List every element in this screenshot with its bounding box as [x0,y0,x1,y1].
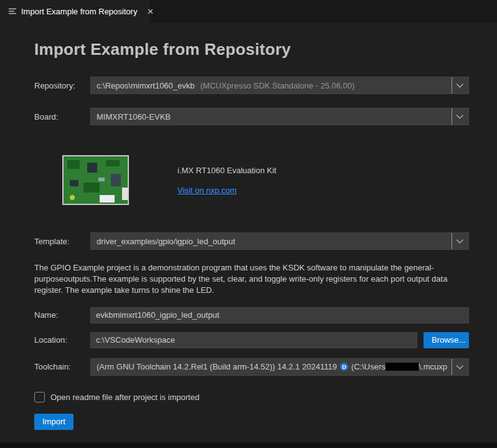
board-select[interactable]: MIMXRT1060-EVKB [90,108,469,125]
form-icon [8,7,17,16]
board-row: Board: MIMXRT1060-EVKB [34,108,469,125]
toolchain-value: (Arm GNU Toolchain 14.2.Rel1 (Build arm-… [97,362,337,371]
readme-checkbox-label: Open readme file after project is import… [50,393,199,402]
visit-nxp-link[interactable]: Visit on nxp.com [178,186,237,195]
board-label: Board: [34,112,90,122]
template-value: driver_examples/gpio/igpio_led_output [97,237,235,246]
location-input[interactable] [90,332,417,348]
template-description: The GPIO Example project is a demonstrat… [34,262,465,296]
location-label: Location: [34,335,90,345]
import-example-form: Import Example from Repository Repositor… [0,22,497,442]
tab-import-example[interactable]: Import Example from Repository × [0,0,149,22]
repository-row: Repository: c:\Repos\mimxrt1060_evkb (MC… [34,77,469,94]
template-row: Template: driver_examples/gpio/igpio_led… [34,232,469,250]
repository-select[interactable]: c:\Repos\mimxrt1060_evkb (MCUXpresso SDK… [90,77,469,94]
toolchain-select-dropdown[interactable] [452,359,468,375]
board-value: MIMXRT1060-EVKB [97,112,171,122]
toolchain-path-suffix: \.mcuxp [419,362,447,371]
board-info: i.MX RT1060 Evaluation Kit Visit on nxp.… [178,155,277,205]
chevron-down-icon [457,236,463,243]
browse-button[interactable]: Browse... [424,332,469,348]
close-icon[interactable]: × [147,6,153,17]
board-select-dropdown[interactable] [452,108,468,125]
board-preview-section: i.MX RT1060 Evaluation Kit Visit on nxp.… [62,155,469,205]
template-select[interactable]: driver_examples/gpio/igpio_led_output [90,232,469,250]
toolchain-row: Toolchain: (Arm GNU Toolchain 14.2.Rel1 … [34,358,469,376]
chevron-down-icon [457,80,463,87]
name-label: Name: [34,310,90,320]
project-name-input[interactable] [90,307,469,323]
page-title: Import Example from Repository [34,40,469,59]
editor-window: Import Example from Repository × Import … [0,0,497,448]
repository-label: Repository: [34,81,90,90]
name-row: Name: [34,307,469,323]
board-image [62,155,129,205]
toolchain-select[interactable]: (Arm GNU Toolchain 14.2.Rel1 (Build arm-… [90,358,469,376]
repository-sdk-suffix: (MCUXpresso SDK Standalone - 25.06.00) [201,81,355,90]
tab-bar: Import Example from Repository × [0,0,497,22]
readme-checkbox[interactable] [34,392,45,403]
readme-checkbox-row: Open readme file after project is import… [34,392,469,403]
chevron-down-icon [457,362,463,369]
template-select-dropdown[interactable] [452,233,468,249]
repository-select-dropdown[interactable] [452,77,468,93]
location-row: Location: Browse... [34,332,469,348]
toolchain-path-prefix: (C:\Users [351,362,386,371]
repository-value: c:\Repos\mimxrt1060_evkb [97,81,195,90]
toolchain-default-badge: D [340,363,348,371]
import-button[interactable]: Import [34,414,73,430]
redacted-username [386,363,419,371]
board-kit-name: i.MX RT1060 Evaluation Kit [178,166,277,175]
toolchain-label: Toolchain: [34,362,90,371]
tab-label: Import Example from Repository [21,7,137,16]
chevron-down-icon [457,112,463,118]
template-label: Template: [34,237,90,246]
bottom-strip [0,442,497,448]
